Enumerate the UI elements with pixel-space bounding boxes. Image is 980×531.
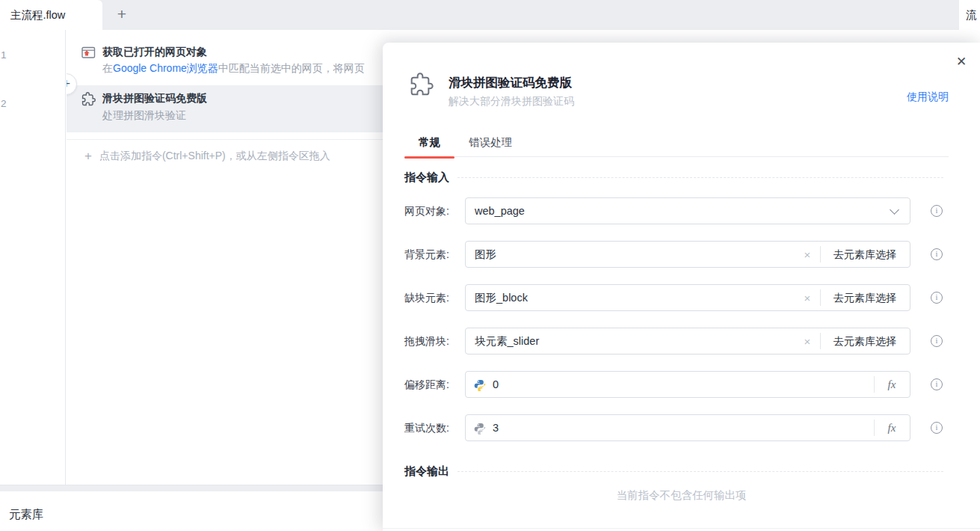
fx-expression-icon[interactable]: fx	[875, 422, 909, 435]
field-label: 网页对象:	[404, 197, 449, 224]
field-row-retry-count: 重试次数: 3 fx i	[404, 414, 980, 441]
field-label: 背景元素:	[404, 241, 449, 268]
clear-icon[interactable]: ×	[795, 335, 820, 348]
info-icon[interactable]: i	[931, 248, 943, 260]
info-icon[interactable]: i	[931, 205, 943, 217]
field-row-drag-slider: 拖拽滑块: 块元素_slider × 去元素库选择 i	[404, 328, 980, 354]
tab-main-flow[interactable]: 主流程.flow	[0, 0, 102, 30]
input-value: 3	[493, 415, 499, 441]
dashed-divider	[457, 471, 943, 472]
python-color-icon	[474, 379, 486, 394]
info-icon[interactable]: i	[931, 292, 943, 304]
close-icon[interactable]: ✕	[953, 54, 970, 70]
step-description: 在Google Chrome浏览器中匹配当前选中的网页，将网页	[102, 62, 365, 76]
dialog-footer-edge	[383, 528, 980, 531]
field-row-web-page: 网页对象: web_page i	[404, 197, 980, 224]
element-library-title[interactable]: 元素库	[9, 507, 44, 523]
instruction-properties-dialog: ✕ 滑块拼图验证码免费版 解决大部分滑块拼图验证码 使用说明 常规 错误处理 指…	[383, 43, 980, 531]
pick-from-library-button[interactable]: 去元素库选择	[821, 328, 909, 354]
tab-general[interactable]: 常规	[404, 132, 454, 157]
block-element-input[interactable]: 图形_block × 去元素库选择	[465, 284, 910, 311]
field-row-offset-distance: 偏移距离: 0 fx i	[404, 371, 980, 398]
python-gray-icon	[474, 423, 486, 438]
retry-count-input[interactable]: 3 fx	[465, 414, 910, 441]
fx-expression-icon[interactable]: fx	[875, 378, 909, 391]
tab-bar: 主流程.flow +	[0, 0, 980, 30]
tab-error-handling[interactable]: 错误处理	[469, 132, 512, 157]
drag-slider-input[interactable]: 块元素_slider × 去元素库选择	[465, 328, 910, 354]
field-label: 偏移距离:	[404, 371, 449, 398]
input-value: 0	[493, 372, 499, 397]
field-row-background-element: 背景元素: 图形 × 去元素库选择 i	[404, 241, 980, 268]
info-icon[interactable]: i	[931, 422, 943, 434]
offset-distance-input[interactable]: 0 fx	[465, 371, 910, 398]
new-tab-button[interactable]: +	[109, 0, 135, 30]
dashed-divider	[457, 177, 943, 178]
puzzle-piece-icon	[410, 73, 434, 99]
puzzle-piece-icon	[81, 92, 96, 109]
clear-icon[interactable]: ×	[795, 292, 820, 304]
step-title: 获取已打开的网页对象	[102, 46, 207, 59]
clear-icon[interactable]: ×	[795, 248, 820, 261]
line-number-gutter: 1 2	[0, 30, 66, 485]
section-instruction-input: 指令输入	[404, 169, 943, 185]
section-instruction-output: 指令输出	[404, 463, 943, 479]
usage-help-link[interactable]: 使用说明	[907, 90, 949, 104]
field-label: 重试次数:	[404, 414, 449, 441]
select-value: web_page	[475, 198, 525, 224]
active-tab-underline	[404, 156, 454, 159]
dialog-subtitle: 解决大部分滑块拼图验证码	[449, 95, 574, 108]
pick-from-library-button[interactable]: 去元素库选择	[821, 242, 909, 267]
field-label: 拖拽滑块:	[404, 328, 449, 354]
dialog-tabs: 常规 错误处理	[404, 132, 949, 157]
info-icon[interactable]: i	[931, 378, 943, 390]
info-icon[interactable]: i	[931, 335, 943, 347]
dialog-title: 滑块拼图验证码免费版	[449, 75, 572, 91]
input-value: 图形_block	[475, 285, 528, 310]
step-title: 滑块拼图验证码免费版	[102, 92, 207, 105]
browser-link-text: Google Chrome浏览器	[113, 62, 218, 74]
line-number: 2	[1, 98, 7, 109]
field-label: 缺块元素:	[404, 284, 449, 311]
line-number: 1	[1, 49, 7, 61]
right-panel-edge[interactable]: 流	[959, 0, 980, 43]
app-root: 主流程.flow + 流 1 2 获取已打开的网页对象 在Google Chro…	[0, 0, 980, 531]
plus-icon: +	[84, 149, 92, 164]
step-description: 处理拼图滑块验证	[102, 109, 186, 123]
input-value: 图形	[475, 242, 496, 267]
background-element-input[interactable]: 图形 × 去元素库选择	[465, 241, 910, 268]
chevron-down-icon	[890, 205, 899, 215]
right-panel-label: 流	[966, 8, 977, 22]
output-empty-message: 当前指令不包含任何输出项	[383, 488, 980, 503]
input-value: 块元素_slider	[475, 328, 539, 354]
web-page-select[interactable]: web_page	[465, 197, 910, 224]
field-row-block-element: 缺块元素: 图形_block × 去元素库选择 i	[404, 284, 980, 311]
browser-window-icon	[81, 46, 96, 62]
add-instruction-hint: 点击添加指令(Ctrl+Shift+P)，或从左侧指令区拖入	[99, 150, 330, 163]
pick-from-library-button[interactable]: 去元素库选择	[821, 285, 909, 310]
